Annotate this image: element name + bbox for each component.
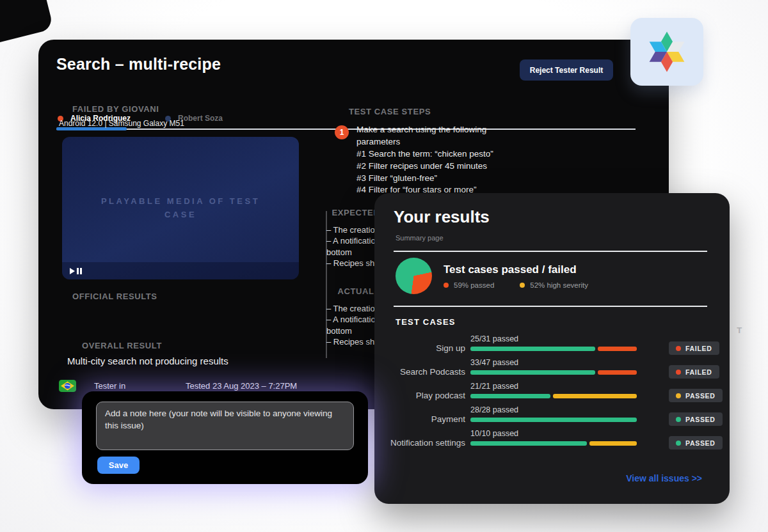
tab-label: Robert Soza	[178, 114, 223, 123]
status-badge: PASSED	[669, 389, 723, 402]
app-logo	[630, 18, 703, 86]
test-case-passed-count: 33/47 passed	[470, 358, 518, 367]
results-subtitle: Summary page	[396, 234, 444, 242]
status-label: PASSED	[685, 416, 716, 423]
note-input[interactable]	[96, 402, 354, 450]
test-case-passed-count: 10/10 passed	[470, 429, 518, 438]
divider	[394, 251, 707, 252]
legend-item-passed: 59% passed	[444, 281, 494, 289]
divider	[394, 306, 707, 307]
legend-dot	[520, 283, 525, 288]
overall-result-heading: OVERALL RESULT	[82, 341, 162, 350]
test-case-video-player[interactable]: PLAYABLE MEDIA OF TEST CASE	[62, 137, 299, 279]
legend-item-severity: 52% high severity	[520, 281, 588, 289]
test-cases-heading: TEST CASES	[396, 317, 456, 327]
test-case-steps-heading: TEST CASE STEPS	[349, 107, 431, 116]
your-results-panel: Your results Summary page Test cases pas…	[374, 193, 730, 504]
pass-fail-pie-chart	[396, 258, 432, 294]
play-pause-icon[interactable]	[70, 268, 82, 274]
tested-timestamp: Tested 23 Aug 2023 – 7:27PM	[186, 381, 297, 391]
video-controls-bar	[62, 262, 299, 279]
test-case-progress-bar	[470, 370, 637, 375]
text-line: #3 Filter “gluten-free”	[356, 173, 536, 185]
test-case-row: Payment28/28 passedPASSED	[374, 404, 730, 428]
test-case-label: Play podcast	[374, 391, 465, 400]
view-all-issues-link[interactable]: View all issues >>	[626, 473, 702, 483]
test-case-row: Search Podcasts33/47 passedFAILED	[374, 357, 730, 380]
status-dot	[676, 370, 681, 375]
status-dot	[676, 346, 681, 351]
status-badge: PASSED	[669, 412, 723, 426]
chart-legend: 59% passed 52% high severity	[444, 281, 588, 289]
device-info: Android 12.0 | Samsung Galaxy M51	[59, 119, 184, 128]
text-line: #2 Filter recipes under 45 minutes	[356, 160, 536, 173]
test-case-row: Notification settings10/10 passedPASSED	[374, 428, 730, 451]
test-case-passed-count: 25/31 passed	[470, 334, 518, 343]
status-badge: PASSED	[669, 436, 723, 450]
step-description: Make a search using the followingparamet…	[356, 124, 536, 196]
test-case-progress-bar	[470, 418, 637, 422]
failed-by-heading: FAILED BY GIOVANI	[72, 104, 159, 114]
test-case-label: Notification settings	[374, 438, 465, 448]
reject-tester-result-button[interactable]: Reject Tester Result	[520, 59, 613, 81]
test-case-passed-count: 28/28 passed	[470, 405, 518, 414]
status-dot	[676, 441, 681, 446]
results-title: Your results	[394, 207, 490, 227]
add-note-overlay: Save	[82, 391, 368, 484]
test-case-row: Play podcast21/21 passedPASSED	[374, 380, 730, 404]
test-cases-list: Sign up25/31 passedFAILEDSearch Podcasts…	[374, 333, 730, 451]
save-note-button[interactable]: Save	[97, 457, 140, 474]
test-case-label: Search Podcasts	[374, 367, 465, 377]
overall-result-text: Multi-city search not producing results	[67, 356, 228, 366]
brazil-flag-icon	[59, 380, 76, 392]
test-case-label: Payment	[374, 414, 465, 424]
text-line: Make a search using the following	[356, 124, 536, 136]
status-label: FAILED	[685, 345, 712, 352]
test-case-progress-bar	[470, 441, 637, 446]
text-line: parameters	[356, 136, 536, 148]
background-corner-shape	[0, 0, 54, 46]
status-label: FAILED	[685, 368, 712, 376]
official-results-heading: OFFICIAL RESULTS	[72, 292, 157, 301]
cube-logo-icon	[643, 26, 691, 77]
legend-label: 59% passed	[454, 281, 494, 289]
media-placeholder-text: PLAYABLE MEDIA OF TEST CASE	[84, 195, 276, 221]
status-dot	[676, 393, 681, 398]
legend-dot	[444, 283, 449, 288]
test-case-passed-count: 21/21 passed	[470, 382, 518, 391]
test-case-row: Sign up25/31 passedFAILED	[374, 333, 730, 357]
test-case-progress-bar	[470, 347, 637, 351]
test-case-progress-bar	[470, 394, 637, 398]
text-line: #1 Search the term: “chicken pesto”	[356, 148, 536, 160]
legend-label: 52% high severity	[530, 281, 588, 289]
test-case-label: Sign up	[374, 343, 465, 353]
status-badge: FAILED	[669, 341, 719, 355]
summary-chart-title: Test cases passed / failed	[444, 263, 577, 276]
status-dot	[676, 417, 681, 422]
status-label: PASSED	[685, 439, 716, 447]
page-title: Search – multi-recipe	[56, 55, 221, 74]
status-label: PASSED	[685, 392, 716, 400]
status-badge: FAILED	[669, 365, 719, 379]
step-number-badge: 1	[335, 125, 349, 139]
